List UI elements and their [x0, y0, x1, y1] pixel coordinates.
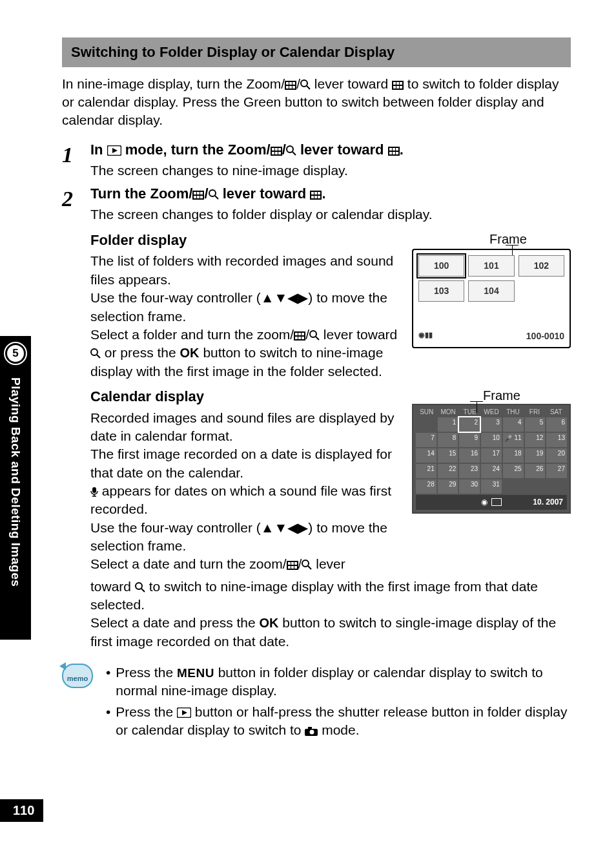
svg-rect-61 — [92, 487, 96, 493]
record-icon: ◉ — [481, 497, 488, 507]
cal-cell: 23 — [459, 464, 480, 478]
cal-day-head: SUN — [416, 408, 437, 417]
thumbnail-icon — [310, 191, 322, 200]
svg-rect-24 — [278, 152, 281, 154]
chapter-number: 5 — [7, 345, 24, 362]
magnify-icon — [286, 145, 296, 156]
calendar-display-title: Calendar display — [90, 387, 400, 406]
cal-day-head: MON — [437, 408, 458, 417]
cal-cell — [546, 479, 567, 494]
svg-rect-2 — [289, 82, 292, 85]
cal-cell: 2 — [459, 417, 480, 432]
playback-icon — [107, 145, 121, 156]
svg-rect-35 — [194, 192, 196, 194]
svg-rect-15 — [400, 86, 402, 89]
magnify-icon — [300, 79, 311, 90]
cal-cell: 1 — [438, 417, 458, 432]
svg-rect-69 — [291, 566, 294, 569]
cal-cell: 19 — [525, 448, 546, 463]
cal-cell: 29 — [438, 479, 458, 494]
svg-rect-13 — [393, 86, 396, 89]
svg-point-80 — [310, 730, 314, 735]
svg-rect-30 — [396, 148, 398, 151]
cal-cell — [525, 479, 546, 494]
calendar-display-section: Calendar display Recorded images and sou… — [90, 387, 571, 574]
svg-marker-17 — [112, 148, 118, 153]
camera-icon — [305, 727, 318, 736]
step-2: 2 Turn the Zoom// lever toward . The scr… — [62, 184, 571, 651]
magnify-icon — [209, 189, 219, 200]
magnify-icon — [309, 330, 320, 341]
cal-cell: 26 — [525, 464, 546, 478]
thumbnail-icon — [271, 147, 282, 156]
cal-cell: 6 — [546, 417, 567, 432]
svg-rect-22 — [272, 152, 274, 154]
cal-cell: 15 — [438, 448, 458, 463]
frame-label: Frame — [483, 387, 520, 404]
svg-rect-37 — [200, 192, 203, 194]
cal-cell: 25 — [503, 464, 524, 478]
step-description: The screen changes to folder display or … — [90, 205, 571, 224]
intro-text: In nine-image display, turn the Zoom// l… — [62, 75, 571, 130]
svg-rect-4 — [286, 86, 289, 89]
svg-rect-5 — [289, 86, 292, 89]
cal-cell: 4 — [503, 417, 524, 432]
step-title: Turn the Zoom// lever toward . — [90, 184, 571, 204]
svg-rect-3 — [293, 82, 295, 85]
cal-cell: 16 — [459, 448, 480, 463]
svg-rect-45 — [314, 192, 317, 194]
step-number: 1 — [62, 140, 90, 180]
cal-cell: 9 — [459, 433, 480, 447]
step-number: 2 — [62, 184, 90, 651]
folder-cell: 100 — [418, 255, 464, 277]
thumbnail-icon — [192, 191, 204, 200]
svg-point-71 — [302, 560, 309, 567]
ok-button-label: OK — [180, 346, 200, 360]
folder-cell: 103 — [418, 280, 464, 302]
folder-display-body: The list of folders with recorded images… — [90, 252, 400, 380]
thumbnail-icon — [294, 331, 305, 341]
cal-cell: 3 — [481, 417, 502, 432]
svg-line-60 — [97, 355, 100, 358]
folder-display-title: Folder display — [90, 231, 400, 250]
svg-rect-40 — [200, 196, 203, 198]
svg-rect-52 — [298, 333, 301, 335]
folder-display-section: Folder display The list of folders with … — [90, 231, 571, 381]
memo-bullet: • Press the button or half-press the shu… — [106, 703, 571, 740]
menu-button-label: MENU — [177, 666, 214, 680]
cal-cell: 12 — [525, 433, 546, 447]
magnify-icon — [90, 348, 101, 359]
svg-rect-31 — [389, 152, 392, 154]
chapter-title: Playing Back and Deleting Images — [7, 377, 24, 587]
svg-rect-32 — [393, 152, 395, 154]
cal-cell: 28 — [416, 479, 436, 494]
thumbnail-icon — [388, 147, 400, 156]
cal-cell: 7 — [416, 433, 436, 447]
folder-cell: 104 — [468, 280, 514, 302]
step-1: 1 In mode, turn the Zoom// lever toward … — [62, 140, 571, 180]
svg-rect-23 — [275, 152, 278, 154]
svg-rect-68 — [288, 566, 291, 569]
cal-cell: 13 — [546, 433, 567, 447]
memo-note: memo • Press the MENU button in folder d… — [62, 664, 571, 742]
cal-day-head: SAT — [546, 408, 567, 417]
svg-point-59 — [91, 349, 98, 355]
magnify-icon — [135, 582, 145, 592]
cal-day-head: THU — [502, 408, 524, 417]
svg-rect-48 — [314, 196, 317, 198]
cal-cell: 21 — [416, 464, 436, 478]
cal-cell: 10 — [481, 433, 502, 447]
calendar-display-body: Recorded images and sound files are disp… — [90, 409, 400, 574]
svg-rect-20 — [275, 148, 278, 151]
cal-cell: 22 — [438, 464, 458, 478]
cal-cell: 11🎤 — [503, 433, 524, 447]
svg-line-75 — [141, 589, 145, 592]
cal-cell: 27 — [546, 464, 567, 478]
svg-rect-73 — [492, 499, 502, 506]
svg-rect-36 — [197, 192, 200, 194]
svg-rect-51 — [295, 333, 298, 335]
svg-line-42 — [215, 196, 218, 199]
cal-cell: 14 — [416, 448, 436, 463]
svg-line-26 — [293, 152, 296, 155]
svg-rect-70 — [294, 566, 297, 569]
